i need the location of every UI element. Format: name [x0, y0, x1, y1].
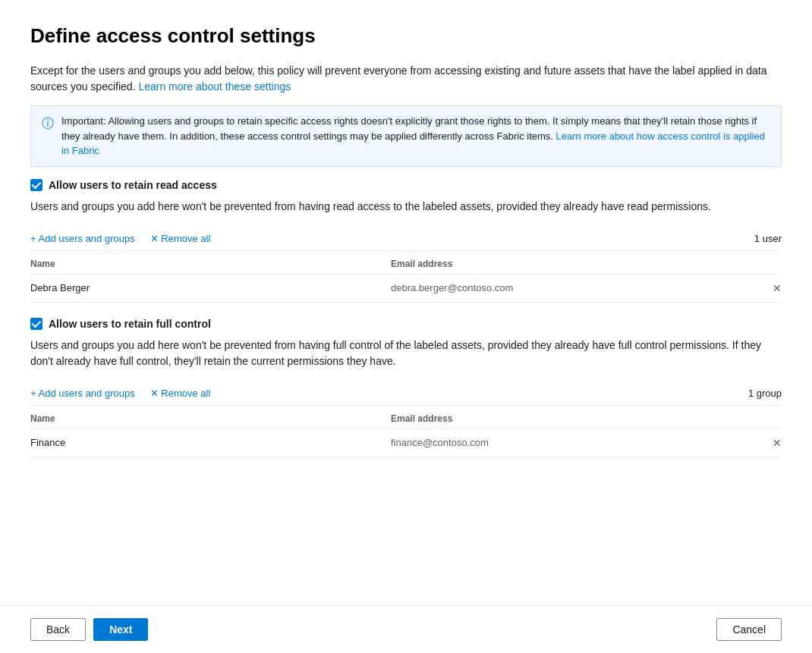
- full-control-remove-button[interactable]: ✕: [751, 437, 782, 449]
- full-control-label: Allow users to retain full control: [49, 318, 211, 330]
- full-control-checkbox[interactable]: [30, 318, 42, 330]
- read-access-actions-left: + Add users and groups ✕ Remove all: [30, 233, 210, 244]
- full-control-section: Allow users to retain full control Users…: [30, 318, 782, 457]
- read-access-col-name: Name: [30, 259, 391, 269]
- read-access-remove-all-button[interactable]: ✕ Remove all: [150, 233, 211, 244]
- info-icon: ⓘ: [42, 115, 54, 159]
- footer: Back Next Cancel: [0, 605, 812, 653]
- read-access-col-email: Email address: [391, 259, 751, 269]
- full-control-email-cell: finance@contoso.com: [391, 437, 751, 448]
- read-access-table-row: Debra Berger debra.berger@contoso.com ✕: [30, 275, 782, 303]
- intro-link[interactable]: Learn more about these settings: [138, 80, 291, 93]
- info-box: ⓘ Important: Allowing users and groups t…: [30, 105, 782, 167]
- read-access-remove-button[interactable]: ✕: [751, 282, 782, 294]
- read-access-email-cell: debra.berger@contoso.com: [391, 282, 751, 294]
- footer-left-buttons: Back Next: [30, 618, 148, 641]
- read-access-count: 1 user: [754, 233, 782, 244]
- full-control-actions-row: + Add users and groups ✕ Remove all 1 gr…: [30, 381, 782, 406]
- read-access-checkbox-row: Allow users to retain read access: [30, 179, 782, 191]
- page-title: Define access control settings: [30, 24, 782, 48]
- read-access-actions-row: + Add users and groups ✕ Remove all 1 us…: [30, 227, 782, 251]
- read-access-add-button[interactable]: + Add users and groups: [30, 233, 135, 244]
- full-control-description: Users and groups you add here won't be p…: [30, 337, 782, 369]
- full-control-count: 1 group: [748, 388, 782, 399]
- intro-text: Except for the users and groups you add …: [30, 63, 782, 95]
- back-button[interactable]: Back: [30, 618, 86, 641]
- full-control-remove-all-button[interactable]: ✕ Remove all: [150, 388, 211, 399]
- full-control-table-header: Name Email address: [30, 406, 782, 429]
- read-access-table-header: Name Email address: [30, 251, 782, 275]
- full-control-checkbox-row: Allow users to retain full control: [30, 318, 782, 330]
- next-button[interactable]: Next: [93, 618, 148, 641]
- full-control-name-cell: Finance: [30, 437, 391, 448]
- read-access-description: Users and groups you add here won't be p…: [30, 199, 782, 215]
- full-control-actions-left: + Add users and groups ✕ Remove all: [30, 388, 210, 399]
- read-access-section: Allow users to retain read access Users …: [30, 179, 782, 303]
- full-control-table-row: Finance finance@contoso.com ✕: [30, 429, 782, 457]
- read-access-checkbox[interactable]: [30, 179, 42, 191]
- read-access-name-cell: Debra Berger: [30, 282, 391, 294]
- cancel-button[interactable]: Cancel: [716, 618, 782, 641]
- full-control-add-button[interactable]: + Add users and groups: [30, 388, 135, 399]
- read-access-label: Allow users to retain read access: [49, 179, 217, 191]
- full-control-col-email: Email address: [391, 413, 751, 424]
- full-control-col-name: Name: [30, 413, 391, 424]
